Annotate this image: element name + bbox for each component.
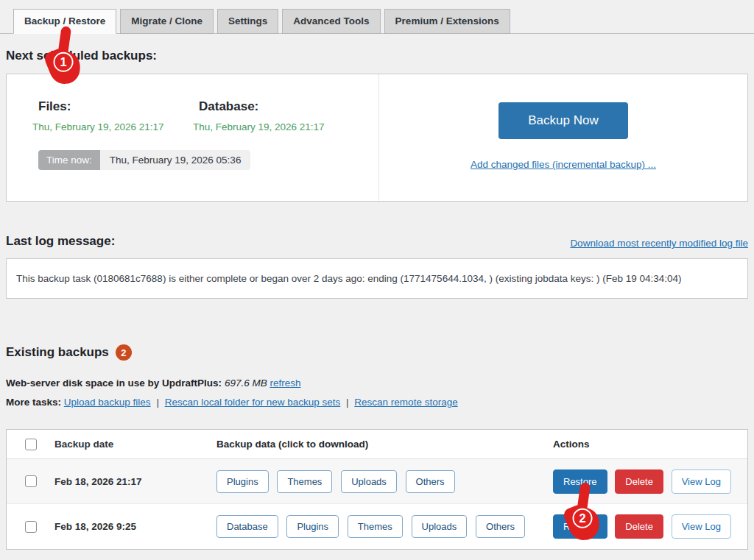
database-schedule: Database: Thu, February 19, 2026 21:17: [193, 99, 353, 132]
rescan-local-folder-link[interactable]: Rescan local folder for new backup sets: [165, 397, 341, 408]
download-plugins-button[interactable]: Plugins: [216, 470, 269, 493]
existing-backups-table: Backup date Backup data (click to downlo…: [6, 429, 748, 550]
next-scheduled-backups-heading: Next scheduled backups:: [6, 49, 748, 63]
header-actions: Actions: [553, 439, 747, 450]
refresh-link[interactable]: refresh: [269, 378, 300, 389]
tab-migrate-clone[interactable]: Migrate / Clone: [120, 9, 214, 34]
last-log-message: This backup task (0180681c7688) is eithe…: [16, 273, 682, 284]
time-now-label: Time now:: [38, 150, 100, 170]
schedule-info: Files: Thu, February 19, 2026 21:17 Data…: [7, 74, 378, 201]
disk-space-value: 697.6 MB: [225, 378, 267, 389]
select-all-checkbox[interactable]: [25, 439, 37, 450]
backup-date: Feb 18, 2026 9:25: [54, 521, 216, 532]
delete-button[interactable]: Delete: [615, 514, 663, 539]
database-next-time: Thu, February 19, 2026 21:17: [193, 121, 353, 132]
disk-space-label: Web-server disk space in use by UpdraftP…: [6, 378, 222, 389]
backup-now-button[interactable]: Backup Now: [498, 102, 627, 139]
tab-advanced-tools[interactable]: Advanced Tools: [282, 9, 380, 34]
files-label: Files:: [38, 99, 193, 114]
more-tasks-line: More tasks: Upload backup files | Rescan…: [6, 397, 748, 408]
next-scheduled-backups-panel: Files: Thu, February 19, 2026 21:17 Data…: [6, 74, 748, 202]
download-themes-button[interactable]: Themes: [348, 515, 403, 538]
last-log-heading: Last log message:: [6, 234, 115, 249]
restore-button[interactable]: Restore: [553, 514, 607, 539]
separator: |: [156, 397, 159, 408]
tab-premium-extensions[interactable]: Premium / Extensions: [384, 9, 510, 34]
tab-settings[interactable]: Settings: [217, 9, 278, 34]
separator: |: [346, 397, 349, 408]
row-checkbox[interactable]: [25, 475, 37, 487]
backup-date: Feb 18, 2026 21:17: [54, 476, 216, 487]
more-tasks-label: More tasks:: [6, 397, 61, 408]
download-others-button[interactable]: Others: [406, 470, 455, 493]
rescan-remote-storage-link[interactable]: Rescan remote storage: [354, 397, 457, 408]
delete-button[interactable]: Delete: [615, 469, 663, 494]
download-plugins-button[interactable]: Plugins: [286, 515, 339, 538]
download-others-button[interactable]: Others: [476, 515, 525, 538]
table-row: Feb 18, 2026 21:17 Plugins Themes Upload…: [7, 459, 747, 504]
time-now-value: Thu, February 19, 2026 05:36: [100, 150, 251, 170]
restore-button[interactable]: Restore: [553, 469, 607, 494]
download-themes-button[interactable]: Themes: [277, 470, 332, 493]
header-backup-data: Backup data (click to download): [216, 439, 553, 450]
disk-space-line: Web-server disk space in use by UpdraftP…: [6, 378, 748, 389]
incremental-backup-link[interactable]: Add changed files (incremental backup) .…: [471, 159, 656, 170]
table-row: Feb 18, 2026 9:25 Database Plugins Theme…: [7, 504, 747, 549]
table-header-row: Backup date Backup data (click to downlo…: [7, 430, 747, 459]
download-uploads-button[interactable]: Uploads: [412, 515, 468, 538]
backup-now-area: Backup Now Add changed files (incrementa…: [378, 74, 747, 201]
time-now-badge: Time now: Thu, February 19, 2026 05:36: [38, 150, 250, 170]
last-log-message-box: This backup task (0180681c7688) is eithe…: [6, 258, 748, 299]
download-log-link[interactable]: Download most recently modified log file: [570, 238, 748, 249]
row-checkbox[interactable]: [25, 521, 37, 533]
nav-tab-bar: Backup / Restore Migrate / Clone Setting…: [0, 0, 754, 34]
backup-count-badge: 2: [116, 344, 132, 361]
existing-backups-heading: Existing backups: [6, 345, 109, 360]
database-label: Database:: [199, 99, 353, 114]
view-log-button[interactable]: View Log: [672, 514, 731, 539]
tab-backup-restore[interactable]: Backup / Restore: [13, 9, 116, 34]
files-schedule: Files: Thu, February 19, 2026 21:17: [32, 99, 193, 132]
download-uploads-button[interactable]: Uploads: [341, 470, 397, 493]
view-log-button[interactable]: View Log: [672, 469, 731, 494]
files-next-time: Thu, February 19, 2026 21:17: [32, 121, 193, 132]
header-backup-date: Backup date: [54, 439, 216, 450]
download-database-button[interactable]: Database: [216, 515, 278, 538]
upload-backup-files-link[interactable]: Upload backup files: [64, 397, 151, 408]
